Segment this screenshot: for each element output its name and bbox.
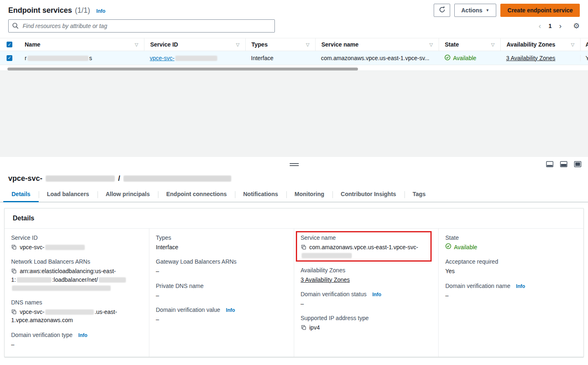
- resource-count: (1/1): [75, 6, 90, 15]
- tab-load-balancers[interactable]: Load balancers: [39, 187, 98, 202]
- field-gwlb-arns: Gateway Load Balancers ARNs –: [156, 258, 286, 275]
- gear-icon[interactable]: ⚙: [573, 21, 580, 30]
- tab-notifications[interactable]: Notifications: [235, 187, 286, 202]
- column-header-service-name[interactable]: Service name ▽: [315, 38, 439, 51]
- details-column-2: Types Interface Gateway Load Balancers A…: [149, 229, 294, 357]
- next-page-icon[interactable]: ›: [558, 22, 563, 30]
- refresh-icon: [439, 6, 446, 14]
- field-acceptance-required: Acceptance required Yes: [445, 258, 575, 275]
- copy-icon[interactable]: [301, 244, 307, 250]
- cell-name: rs: [19, 55, 144, 61]
- column-header-name[interactable]: Name ▽: [19, 38, 144, 51]
- field-nlb-arns: Network Load Balancers ARNs arn:aws:elas…: [11, 258, 141, 292]
- field-state: State Available: [445, 234, 575, 251]
- previous-page-icon[interactable]: ‹: [537, 22, 543, 30]
- info-link[interactable]: Info: [372, 292, 381, 297]
- column-header-state[interactable]: State ▽: [439, 38, 500, 51]
- filter-icon[interactable]: ▽: [430, 42, 433, 47]
- field-availability-zones: Availability Zones 3 Availability Zones: [301, 267, 430, 284]
- header-actions: Actions ▼ Create endpoint service: [434, 4, 580, 17]
- tab-allow-principals[interactable]: Allow principals: [98, 187, 158, 202]
- copy-icon[interactable]: [301, 325, 307, 330]
- redacted-text: [17, 277, 51, 283]
- field-domain-verification-type: Domain verification type Info –: [11, 332, 141, 349]
- page-header: Endpoint services (1/1) Info Actions ▼ C…: [0, 0, 588, 19]
- filter-icon[interactable]: ▽: [306, 42, 309, 47]
- cell-service-name: com.amazonaws.vpce.us-east-1.vpce-sv...: [315, 55, 439, 61]
- redacted-text: [46, 175, 115, 182]
- panel-layout-controls: [546, 161, 581, 167]
- info-link[interactable]: Info: [516, 283, 525, 289]
- row-checkbox[interactable]: [7, 55, 12, 61]
- empty-table-area: [0, 70, 588, 157]
- status-available: Available: [445, 243, 477, 251]
- details-card: Details Service ID vpce-svc- Network Loa…: [4, 208, 584, 357]
- endpoint-services-page: Endpoint services (1/1) Info Actions ▼ C…: [0, 0, 588, 365]
- status-available: Available: [444, 54, 476, 62]
- tab-endpoint-connections[interactable]: Endpoint connections: [158, 187, 235, 202]
- field-domain-verification-name: Domain verification name Info –: [445, 283, 575, 299]
- cell-partial: Y: [580, 55, 588, 61]
- header-info-link[interactable]: Info: [96, 8, 105, 14]
- layout-fullscreen-icon[interactable]: [574, 161, 581, 167]
- tab-tags[interactable]: Tags: [404, 187, 434, 202]
- copy-icon[interactable]: [11, 268, 17, 274]
- horizontal-scrollbar-track: [0, 68, 588, 70]
- copy-icon[interactable]: [11, 244, 17, 250]
- actions-button-label: Actions: [461, 7, 482, 14]
- detail-tabs: Details Load balancers Allow principals …: [0, 187, 588, 202]
- select-all-checkbox[interactable]: [7, 42, 12, 47]
- field-service-id: Service ID vpce-svc-: [11, 234, 141, 251]
- page-title: Endpoint services: [8, 6, 72, 15]
- filter-icon[interactable]: ▽: [571, 42, 574, 47]
- details-column-4: State Available Acceptance required Yes: [439, 229, 583, 357]
- cell-state: Available: [439, 54, 500, 62]
- check-circle-icon: [444, 54, 451, 62]
- field-dns-names: DNS names vpce-svc-.us-east- 1.vpce.amaz…: [11, 299, 141, 325]
- filter-icon[interactable]: ▽: [236, 42, 239, 47]
- redacted-text: [302, 253, 352, 258]
- horizontal-scrollbar[interactable]: [7, 68, 358, 70]
- row-select-cell: [0, 55, 19, 61]
- field-types: Types Interface: [156, 234, 286, 251]
- column-header-partial[interactable]: A: [580, 38, 588, 51]
- filter-icon[interactable]: ▽: [491, 42, 495, 47]
- tab-monitoring[interactable]: Monitoring: [286, 187, 332, 202]
- chevron-down-icon: ▼: [486, 8, 489, 12]
- panel-resize-handle[interactable]: [290, 163, 299, 166]
- detail-panel-title: vpce-svc- /: [0, 172, 588, 187]
- availability-zones-link[interactable]: 3 Availability Zones: [301, 276, 350, 283]
- search-input[interactable]: [8, 19, 275, 33]
- field-service-name: Service name com.amazonaws.vpce.us-east-…: [301, 234, 430, 260]
- search-box: [8, 19, 275, 33]
- layout-bottom-icon[interactable]: [546, 161, 553, 167]
- column-header-service-id[interactable]: Service ID ▽: [144, 38, 245, 51]
- redacted-text: [45, 245, 85, 250]
- redacted-text: [12, 285, 111, 291]
- details-column-3: Service name com.amazonaws.vpce.us-east-…: [294, 229, 439, 357]
- copy-icon[interactable]: [11, 309, 17, 315]
- filter-icon[interactable]: ▽: [135, 42, 138, 47]
- create-endpoint-service-button[interactable]: Create endpoint service: [500, 4, 580, 17]
- refresh-button[interactable]: [434, 4, 450, 17]
- tab-contributor-insights[interactable]: Contributor Insights: [332, 187, 404, 202]
- table-row[interactable]: rs vpce-svc- Interface com.amazonaws.vpc…: [0, 51, 588, 65]
- service-id-link[interactable]: vpce-svc-: [150, 55, 218, 61]
- field-domain-verification-value: Domain verification value Info –: [156, 307, 286, 323]
- column-header-types[interactable]: Types ▽: [245, 38, 315, 51]
- cell-types: Interface: [245, 55, 315, 61]
- layout-side-icon[interactable]: [560, 161, 567, 167]
- split-panel-header: [0, 157, 588, 172]
- check-circle-icon: [445, 243, 451, 251]
- actions-button[interactable]: Actions ▼: [454, 4, 496, 17]
- tab-details[interactable]: Details: [3, 187, 39, 202]
- info-link[interactable]: Info: [78, 332, 87, 338]
- pagination: ‹ 1 › ⚙: [537, 21, 580, 30]
- availability-zones-link[interactable]: 3 Availability Zones: [506, 55, 555, 61]
- select-all-cell: [0, 38, 19, 51]
- search-icon: [12, 22, 19, 30]
- column-header-availability-zones[interactable]: Availability Zones ▽: [500, 38, 580, 51]
- info-link[interactable]: Info: [226, 307, 235, 313]
- field-supported-ip-address-type: Supported IP address type ipv4: [301, 315, 430, 332]
- endpoint-services-table: Name ▽ Service ID ▽ Types ▽ Service name…: [0, 38, 588, 70]
